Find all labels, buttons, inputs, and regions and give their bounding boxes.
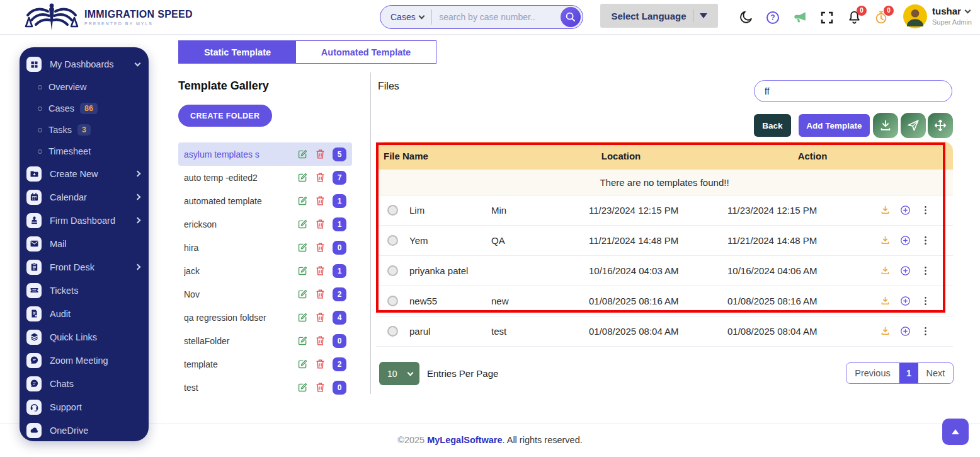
- folder-item[interactable]: asylum templates s 5: [178, 142, 352, 166]
- delete-folder-icon[interactable]: [314, 358, 326, 370]
- edit-folder-icon[interactable]: [297, 358, 309, 370]
- folder-item[interactable]: template 2: [178, 352, 352, 376]
- row-download-icon[interactable]: [879, 234, 891, 246]
- folder-item[interactable]: hira 0: [178, 236, 352, 259]
- language-selector[interactable]: Select Language: [600, 4, 718, 28]
- sidebar-item-cases[interactable]: Cases86: [20, 98, 149, 119]
- tab-automated-template[interactable]: Automated Template: [296, 41, 436, 63]
- folder-item[interactable]: stellaFolder 0: [178, 329, 352, 352]
- sidebar-item-my-dashboards[interactable]: My Dashboards: [20, 52, 149, 76]
- sidebar-item-mail[interactable]: Mail: [20, 232, 149, 255]
- row-checkbox[interactable]: [387, 235, 398, 246]
- delete-folder-icon[interactable]: [314, 171, 326, 183]
- folder-item[interactable]: qa regression foldser 4: [178, 306, 352, 329]
- row-more-options-icon[interactable]: [920, 325, 932, 337]
- move-templates-button[interactable]: [928, 113, 953, 138]
- edit-folder-icon[interactable]: [297, 171, 309, 183]
- delete-folder-icon[interactable]: [314, 265, 326, 277]
- current-page-button[interactable]: 1: [899, 363, 918, 383]
- sidebar-item-firm-dashboard[interactable]: Firm Dashboard: [20, 209, 149, 232]
- row-add-icon[interactable]: [899, 234, 911, 246]
- sidebar-item-chats[interactable]: Chats: [20, 372, 149, 395]
- folder-item[interactable]: Nov 2: [178, 282, 352, 306]
- notifications-button[interactable]: 0: [846, 10, 862, 25]
- send-templates-button[interactable]: [901, 113, 926, 138]
- row-download-icon[interactable]: [879, 325, 891, 337]
- sidebar-item-support[interactable]: Support: [20, 395, 149, 419]
- edit-folder-icon[interactable]: [297, 381, 309, 393]
- delete-folder-icon[interactable]: [314, 311, 326, 323]
- next-page-button[interactable]: Next: [918, 363, 953, 383]
- row-more-options-icon[interactable]: [920, 265, 932, 277]
- edit-folder-icon[interactable]: [297, 218, 309, 230]
- row-more-options-icon[interactable]: [920, 204, 932, 216]
- edit-folder-icon[interactable]: [297, 335, 309, 347]
- edit-folder-icon[interactable]: [297, 148, 309, 160]
- row-add-icon[interactable]: [899, 295, 911, 307]
- sidebar-item-tickets[interactable]: Tickets: [20, 279, 149, 302]
- row-download-icon[interactable]: [879, 265, 891, 277]
- sidebar-item-zoom-meeting[interactable]: Zoom Meeting: [20, 349, 149, 372]
- tab-static-template[interactable]: Static Template: [179, 41, 296, 63]
- delete-folder-icon[interactable]: [314, 335, 326, 347]
- dark-mode-toggle[interactable]: [738, 10, 753, 25]
- help-button[interactable]: ?: [765, 10, 780, 25]
- row-checkbox[interactable]: [387, 265, 398, 276]
- row-add-icon[interactable]: [899, 204, 911, 216]
- row-checkbox[interactable]: [387, 296, 398, 306]
- sidebar-item-create-new[interactable]: Create New: [20, 162, 149, 185]
- edit-folder-icon[interactable]: [297, 311, 309, 323]
- user-menu[interactable]: tushar Super Admin: [903, 4, 972, 28]
- brand-link[interactable]: MyLegalSoftware: [427, 435, 502, 445]
- folder-item[interactable]: test 0: [178, 376, 352, 399]
- previous-page-button[interactable]: Previous: [846, 363, 899, 383]
- folder-item[interactable]: auto temp -edited2 7: [178, 166, 352, 189]
- announcements-button[interactable]: [792, 10, 807, 25]
- sidebar-item-timesheet[interactable]: Timesheet: [20, 141, 149, 162]
- sidebar-item-calendar[interactable]: Calendar: [20, 185, 149, 209]
- move-arrows-icon: [933, 119, 947, 132]
- sidebar-item-onedrive[interactable]: OneDrive: [20, 419, 149, 441]
- edit-folder-icon[interactable]: [297, 241, 309, 253]
- row-add-icon[interactable]: [899, 265, 911, 277]
- delete-folder-icon[interactable]: [314, 218, 326, 230]
- row-more-options-icon[interactable]: [920, 234, 932, 246]
- delete-folder-icon[interactable]: [314, 288, 326, 300]
- sidebar-item-audit[interactable]: Audit: [20, 302, 149, 325]
- search-scope-dropdown[interactable]: Cases: [380, 12, 431, 22]
- scroll-to-top-button[interactable]: [942, 419, 969, 445]
- delete-folder-icon[interactable]: [314, 148, 326, 160]
- create-folder-button[interactable]: CREATE FOLDER: [178, 105, 272, 127]
- entries-per-page-select[interactable]: 10: [379, 362, 419, 385]
- sidebar-item-front-desk[interactable]: Front Desk: [20, 255, 149, 279]
- folder-item[interactable]: automated template 1: [178, 189, 352, 212]
- row-checkbox[interactable]: [387, 205, 398, 216]
- sidebar-item-quick-links[interactable]: Quick Links: [20, 325, 149, 349]
- edit-folder-icon[interactable]: [297, 288, 309, 300]
- row-checkbox[interactable]: [387, 326, 398, 337]
- row-more-options-icon[interactable]: [920, 295, 932, 307]
- sidebar-item-overview[interactable]: Overview: [20, 76, 149, 98]
- row-download-icon[interactable]: [879, 295, 891, 307]
- sidebar-item-tasks[interactable]: Tasks3: [20, 119, 149, 141]
- download-templates-button[interactable]: [873, 113, 898, 138]
- row-download-icon[interactable]: [879, 204, 891, 216]
- app-logo[interactable]: IMMIGRATION SPEED PRESENTED BY MYLS: [23, 3, 193, 32]
- search-button[interactable]: [561, 7, 581, 27]
- fullscreen-button[interactable]: [819, 10, 835, 25]
- reminders-button[interactable]: 0: [874, 10, 889, 25]
- add-template-button[interactable]: Add Template: [799, 114, 870, 137]
- folder-item[interactable]: erickson 1: [178, 212, 352, 236]
- search-input[interactable]: [431, 12, 561, 22]
- back-button[interactable]: Back: [754, 114, 791, 137]
- eagle-scales-logo-icon: [23, 3, 81, 32]
- bullet-icon: [38, 149, 42, 154]
- edit-folder-icon[interactable]: [297, 195, 309, 207]
- delete-folder-icon[interactable]: [314, 381, 326, 393]
- delete-folder-icon[interactable]: [314, 241, 326, 253]
- row-add-icon[interactable]: [899, 325, 911, 337]
- edit-folder-icon[interactable]: [297, 265, 309, 277]
- delete-folder-icon[interactable]: [314, 195, 326, 207]
- files-filter-input[interactable]: [754, 80, 952, 102]
- folder-item[interactable]: jack 1: [178, 259, 352, 282]
